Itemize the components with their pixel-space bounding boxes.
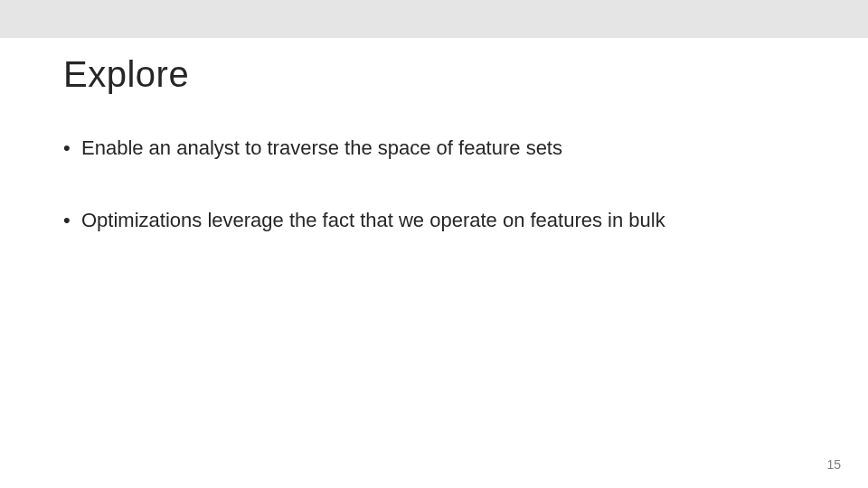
bullet-item: Optimizations leverage the fact that we … — [63, 207, 805, 234]
bullet-list: Enable an analyst to traverse the space … — [63, 135, 805, 233]
bullet-item: Enable an analyst to traverse the space … — [63, 135, 805, 162]
page-number: 15 — [826, 457, 841, 472]
header-bar — [0, 0, 868, 38]
slide-content: Explore Enable an analyst to traverse th… — [0, 38, 868, 233]
slide-title: Explore — [63, 54, 805, 95]
